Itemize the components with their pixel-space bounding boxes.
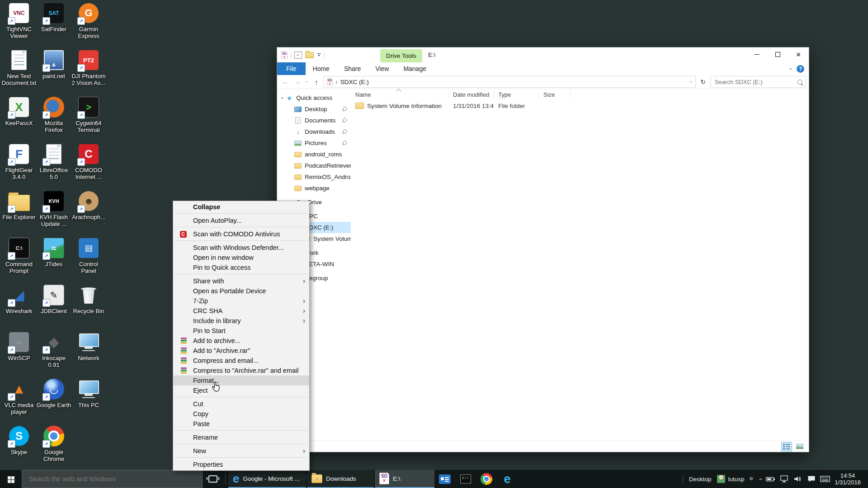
- menu-item-scan-with-comodo-antivirus[interactable]: CScan with COMODO Antivirus: [173, 229, 309, 239]
- menu-item-add-to-archive[interactable]: Add to archive...: [173, 336, 309, 346]
- desktop-icon-tightvnc-viewer[interactable]: VNC↗TightVNC Viewer: [1, 2, 37, 39]
- desktop-icon-google-earth[interactable]: ◡↗Google Earth: [36, 378, 71, 408]
- back-icon[interactable]: ←: [280, 78, 291, 86]
- menu-item-pin-to-start[interactable]: Pin to Start: [173, 326, 309, 336]
- menu-item-open-autoplay[interactable]: Open AutoPlay...: [173, 216, 309, 225]
- up-icon[interactable]: ↑: [311, 78, 322, 86]
- pinned-icon[interactable]: [341, 128, 348, 136]
- action-center-icon[interactable]: [805, 475, 818, 483]
- expand-ribbon-icon[interactable]: ›: [787, 68, 794, 70]
- nav-item-android-roms[interactable]: android_roms: [277, 149, 351, 160]
- nav-item-remixos-android-f[interactable]: RemixOS_Android_f: [277, 171, 351, 183]
- desktop-icon-new-text-document[interactable]: New Text Document.txt: [1, 49, 37, 86]
- pinned-app-command-prompt[interactable]: C:\: [455, 470, 476, 488]
- taskbar-button-edge[interactable]: eGoogle - Microsoft ...: [228, 470, 306, 488]
- menu-item-eject[interactable]: Eject: [173, 385, 309, 395]
- desktop-icon-dji-phantom[interactable]: PT2↗DJI Phantom 2 Vision As...: [71, 49, 106, 86]
- pinned-app-remote-desktop[interactable]: [434, 470, 455, 488]
- properties-icon[interactable]: ✓: [294, 52, 302, 59]
- tray-overflow-icon[interactable]: »: [748, 474, 755, 484]
- tab-home[interactable]: Home: [306, 62, 337, 75]
- show-hidden-icons-icon[interactable]: ›: [756, 475, 763, 483]
- desktop-icon-vlc-media-player[interactable]: ▲↗VLC media player: [1, 378, 37, 415]
- menu-item-collapse[interactable]: Collapse: [173, 202, 309, 212]
- desktop-icon-comodo-internet[interactable]: C↗COMODO Internet ...: [71, 143, 106, 180]
- maximize-button[interactable]: [767, 47, 788, 61]
- expanded-chevron-icon[interactable]: ›: [280, 95, 285, 101]
- menu-item-rename[interactable]: Rename: [173, 432, 309, 442]
- column-header-type[interactable]: Type: [494, 91, 539, 99]
- menu-item-compress-and-email[interactable]: Compress and email...: [173, 356, 309, 366]
- pinned-icon[interactable]: [341, 117, 348, 124]
- menu-item-paste[interactable]: Paste: [173, 419, 309, 429]
- recent-locations-icon[interactable]: ›: [304, 79, 310, 84]
- clock[interactable]: 14:54 1/31/2016: [832, 472, 865, 486]
- menu-item-include-in-library[interactable]: Include in library›: [173, 316, 309, 326]
- titlebar[interactable]: SD× ✓ Drive Tools E:\ ×: [277, 47, 809, 62]
- tab-share[interactable]: Share: [337, 62, 368, 75]
- desktop-icon-arachnophilia[interactable]: ☻↗Arachnoph...: [71, 190, 106, 221]
- desktop-icon-jdbclient[interactable]: ✎↗JDBClient: [36, 284, 71, 314]
- desktop-icon-flightgear[interactable]: F↗FlightGear 3.4.0: [1, 143, 37, 180]
- address-dropdown-icon[interactable]: ›: [689, 81, 694, 83]
- desktop-icon-command-prompt[interactable]: C:\↗Command Prompt: [1, 237, 37, 274]
- desktop-toolbar-label[interactable]: Desktop: [687, 476, 713, 483]
- taskbar-search-input[interactable]: [28, 475, 196, 483]
- menu-item-crc-sha[interactable]: CRC SHA›: [173, 306, 309, 316]
- address-field[interactable]: SD× › SDXC (E:) ›: [323, 76, 696, 88]
- menu-item-7-zip[interactable]: 7-Zip›: [173, 296, 309, 306]
- taskbar-search-box[interactable]: [22, 470, 203, 488]
- menu-item-compress-to-archive-rar-and-email[interactable]: Compress to "Archive.rar" and email: [173, 366, 309, 375]
- customize-toolbar-icon[interactable]: [317, 53, 321, 57]
- column-header-size[interactable]: Size: [539, 91, 571, 99]
- touch-keyboard-icon[interactable]: [818, 476, 832, 482]
- start-button[interactable]: [0, 470, 22, 488]
- nav-item-desktop[interactable]: Desktop: [277, 103, 351, 115]
- details-view-toggle[interactable]: [781, 442, 792, 451]
- minimize-button[interactable]: [746, 47, 767, 61]
- desktop-icon-this-pc[interactable]: This PC: [71, 378, 106, 408]
- menu-item-add-to-archive-rar[interactable]: Add to "Archive.rar": [173, 346, 309, 356]
- file-row-system-volume-information[interactable]: System Volume Information1/31/2016 13:40…: [351, 100, 809, 111]
- desktop-icon-control-panel[interactable]: ▤Control Panel: [71, 237, 106, 274]
- refresh-icon[interactable]: ↻: [697, 76, 709, 87]
- forward-icon[interactable]: →: [292, 78, 303, 86]
- desktop-icon-kvh-flash-update[interactable]: KVH↗KVH Flash Update ...: [36, 190, 71, 227]
- desktop-icon-recycle-bin[interactable]: Recycle Bin: [71, 284, 106, 314]
- new-folder-icon[interactable]: [305, 52, 314, 58]
- column-header-date-modified[interactable]: Date modified: [448, 91, 494, 99]
- volume-icon[interactable]: [791, 475, 805, 483]
- desktop-icon-paint-net[interactable]: ▲↗paint.net: [36, 49, 71, 80]
- menu-item-properties[interactable]: Properties: [173, 460, 309, 469]
- nav-item-pictures[interactable]: Pictures: [277, 137, 351, 149]
- drive-tools-tab-group[interactable]: Drive Tools: [380, 49, 422, 62]
- pinned-icon[interactable]: [341, 140, 348, 147]
- menu-item-pin-to-quick-access[interactable]: Pin to Quick access: [173, 263, 309, 272]
- desktop-icon-jtides[interactable]: ≈↗JTides: [36, 237, 71, 267]
- menu-item-format[interactable]: Format...: [173, 375, 309, 385]
- menu-item-new[interactable]: New›: [173, 446, 309, 456]
- task-view-button[interactable]: [203, 470, 223, 488]
- desktop-icon-inkscape[interactable]: ◆↗Inkscape 0.91: [36, 331, 71, 368]
- nav-item-downloads[interactable]: ↓Downloads: [277, 126, 351, 137]
- desktop-icon-network[interactable]: Network: [71, 331, 106, 361]
- menu-item-scan-with-windows-defender[interactable]: Scan with Windows Defender...: [173, 243, 309, 253]
- desktop-icon-keepassx[interactable]: X↗KeePassX: [1, 96, 37, 127]
- desktop-icon-file-explorer[interactable]: ↗File Explorer: [1, 190, 37, 221]
- menu-item-cut[interactable]: Cut: [173, 399, 309, 409]
- desktop-icon-cygwin64-terminal[interactable]: >↗Cygwin64 Terminal: [71, 96, 106, 133]
- desktop-icon-satfinder[interactable]: SAT↗SatFinder: [36, 2, 71, 33]
- thumbnail-view-toggle[interactable]: [794, 442, 805, 451]
- nav-item-webpage[interactable]: webpage: [277, 183, 351, 194]
- desktop-icon-wireshark[interactable]: ◢↗Wireshark: [1, 284, 37, 314]
- breadcrumb-location[interactable]: SDXC (E:): [340, 79, 369, 85]
- desktop-icon-skype[interactable]: S↗Skype: [1, 425, 37, 455]
- desktop-icon-libreoffice[interactable]: ↗LibreOffice 5.0: [36, 143, 71, 180]
- help-icon[interactable]: ?: [797, 65, 804, 73]
- taskbar-button-sdxc-e[interactable]: SD×E:\: [375, 470, 434, 488]
- desktop-icon-garmin-express[interactable]: G↗Garmin Express: [71, 2, 106, 39]
- pinned-app-internet-explorer[interactable]: e: [497, 470, 518, 488]
- close-button[interactable]: ×: [788, 47, 809, 61]
- nav-item-podcastretriever[interactable]: PodcastRetriever: [277, 160, 351, 171]
- menu-item-copy[interactable]: Copy: [173, 409, 309, 419]
